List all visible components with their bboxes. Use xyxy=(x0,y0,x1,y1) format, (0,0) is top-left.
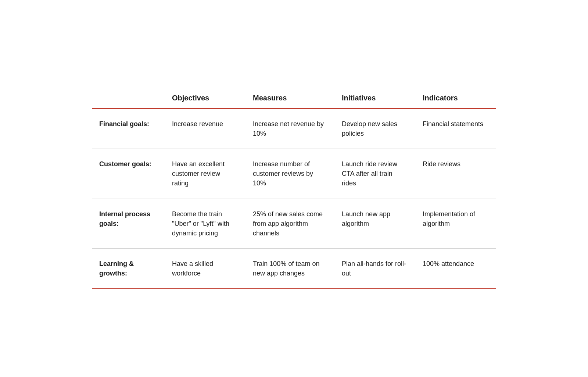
scorecard-table-container: Objectives Measures Initiatives Indicato… xyxy=(92,88,496,289)
row-label-financial: Financial goals: xyxy=(92,109,165,149)
row-indicator-internal: Implementation of algorithm xyxy=(415,199,496,248)
row-indicator-customer: Ride reviews xyxy=(415,149,496,199)
table-row: Learning & growths: Have a skilled workf… xyxy=(92,248,496,289)
col-header-label xyxy=(92,88,165,109)
col-header-objectives: Objectives xyxy=(165,88,245,109)
row-measure-learning: Train 100% of team on new app changes xyxy=(245,248,334,289)
row-initiative-financial: Develop new sales policies xyxy=(334,109,415,149)
row-initiative-learning: Plan all-hands for roll-out xyxy=(334,248,415,289)
row-measure-customer: Increase number of customer reviews by 1… xyxy=(245,149,334,199)
row-label-customer: Customer goals: xyxy=(92,149,165,199)
table-header-row: Objectives Measures Initiatives Indicato… xyxy=(92,88,496,109)
row-indicator-financial: Financial statements xyxy=(415,109,496,149)
row-initiative-customer: Launch ride review CTA after all train r… xyxy=(334,149,415,199)
row-objective-financial: Increase revenue xyxy=(165,109,245,149)
scorecard-table: Objectives Measures Initiatives Indicato… xyxy=(92,88,496,289)
col-header-initiatives: Initiatives xyxy=(334,88,415,109)
row-measure-internal: 25% of new sales come from app algorithm… xyxy=(245,199,334,248)
row-objective-customer: Have an excellent customer review rating xyxy=(165,149,245,199)
col-header-measures: Measures xyxy=(245,88,334,109)
row-measure-financial: Increase net revenue by 10% xyxy=(245,109,334,149)
table-row: Financial goals: Increase revenue Increa… xyxy=(92,109,496,149)
table-row: Customer goals: Have an excellent custom… xyxy=(92,149,496,199)
col-header-indicators: Indicators xyxy=(415,88,496,109)
row-initiative-internal: Launch new app algorithm xyxy=(334,199,415,248)
table-row: Internal process goals: Become the train… xyxy=(92,199,496,248)
row-objective-internal: Become the train "Uber" or "Lyft" with d… xyxy=(165,199,245,248)
row-label-internal: Internal process goals: xyxy=(92,199,165,248)
row-label-learning: Learning & growths: xyxy=(92,248,165,289)
row-indicator-learning: 100% attendance xyxy=(415,248,496,289)
row-objective-learning: Have a skilled workforce xyxy=(165,248,245,289)
